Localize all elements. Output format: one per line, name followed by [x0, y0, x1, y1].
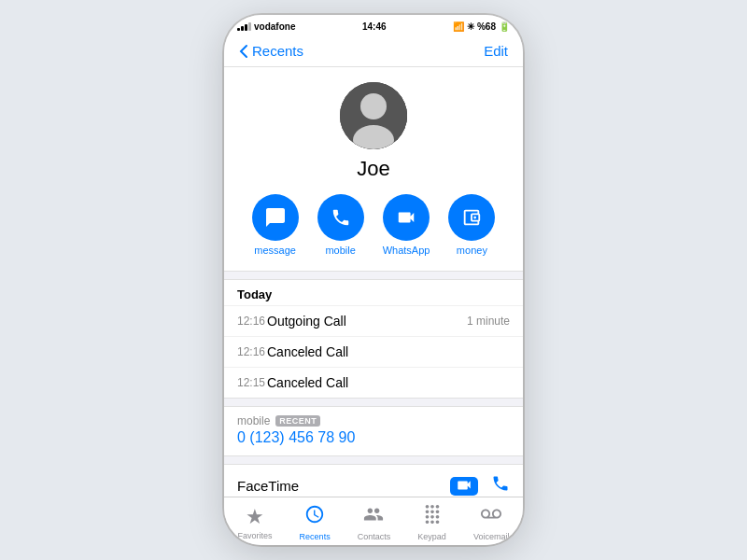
- facetime-section: FaceTime: [224, 464, 523, 497]
- chevron-left-icon: [239, 44, 248, 59]
- star-icon: ★: [246, 505, 264, 529]
- signal-bars: [237, 21, 251, 31]
- whatsapp-label: WhatsApp: [383, 245, 430, 256]
- clock-icon: [304, 504, 325, 530]
- status-right: 📶 ✳ %68 🔋: [453, 21, 510, 32]
- avatar-image: [340, 82, 407, 149]
- mobile-icon-circle: [317, 194, 364, 241]
- phone-call-icon: [491, 474, 510, 493]
- call-type-2: Canceled Call: [267, 344, 510, 359]
- tab-recents[interactable]: Recents: [300, 504, 331, 541]
- call-time-2: 12:16: [237, 345, 267, 358]
- call-type-1: Outgoing Call: [267, 314, 467, 329]
- whatsapp-icon-circle: [383, 194, 430, 241]
- tab-recents-label: Recents: [300, 532, 331, 541]
- signal-bar-4: [248, 22, 251, 31]
- facetime-icons: [450, 474, 510, 497]
- avatar-svg: [340, 82, 407, 149]
- status-time: 14:46: [362, 21, 387, 32]
- tab-keypad-label: Keypad: [417, 532, 446, 541]
- svg-point-1: [360, 93, 387, 119]
- phone-icon: [331, 207, 351, 228]
- tab-contacts[interactable]: Contacts: [358, 504, 391, 541]
- calls-section: Today 12:16 Outgoing Call 1 minute 12:16…: [224, 279, 523, 399]
- message-icon-circle: [252, 194, 299, 241]
- phone-section: mobile RECENT 0 (123) 456 78 90: [224, 406, 523, 456]
- facetime-label: FaceTime: [237, 478, 299, 494]
- person-icon: [363, 504, 384, 525]
- message-icon: [264, 206, 287, 229]
- tab-voicemail-label: Voicemail: [473, 532, 510, 541]
- video-icon: [396, 207, 416, 228]
- tab-bar: ★ Favorites Recents Contacts: [224, 497, 523, 545]
- tab-voicemail[interactable]: Voicemail: [473, 504, 510, 541]
- battery-pct: %68: [477, 21, 496, 32]
- battery-icon: 🔋: [499, 21, 510, 32]
- money-label: money: [457, 245, 487, 256]
- carrier-label: vodafone: [254, 21, 295, 32]
- keypad-icon: [422, 504, 443, 530]
- back-button[interactable]: Recents: [239, 43, 303, 59]
- tab-favorites-label: Favorites: [238, 531, 273, 540]
- phone-number[interactable]: 0 (123) 456 78 90: [237, 429, 355, 445]
- phone-frame: vodafone 14:46 📶 ✳ %68 🔋 Recents Edit: [224, 15, 523, 545]
- wallet-icon: [461, 207, 482, 228]
- mobile-label: mobile: [325, 245, 355, 256]
- mobile-button[interactable]: mobile: [317, 194, 364, 256]
- signal-bar-2: [241, 26, 244, 31]
- facetime-video-button[interactable]: [450, 477, 478, 496]
- tab-favorites[interactable]: ★ Favorites: [238, 505, 273, 540]
- svg-point-3: [474, 217, 477, 219]
- signal-bar-1: [237, 28, 240, 31]
- tab-contacts-label: Contacts: [358, 532, 391, 541]
- recents-icon: [304, 504, 325, 525]
- money-icon-circle: [448, 194, 495, 241]
- call-duration-1: 1 minute: [467, 315, 510, 328]
- nav-bar: Recents Edit: [224, 37, 523, 67]
- message-button[interactable]: message: [252, 194, 299, 256]
- call-type-3: Canceled Call: [267, 375, 510, 390]
- phone-label-row: mobile RECENT: [237, 414, 510, 427]
- back-label: Recents: [252, 43, 303, 59]
- phone-type-label: mobile: [237, 414, 270, 427]
- dialpad-icon: [422, 504, 443, 525]
- recent-badge: RECENT: [275, 415, 320, 427]
- signal-bar-3: [245, 24, 247, 31]
- video-call-icon: [456, 480, 472, 491]
- contacts-icon: [363, 504, 384, 530]
- voicemail-svg: [481, 504, 501, 525]
- calls-header: Today: [224, 280, 523, 305]
- call-time-1: 12:16: [237, 315, 267, 328]
- wifi-icon: 📶: [453, 21, 464, 32]
- table-row: 12:15 Canceled Call: [224, 367, 523, 398]
- avatar: [340, 82, 407, 149]
- main-content: Joe message mobile: [224, 67, 523, 497]
- tab-keypad[interactable]: Keypad: [417, 504, 446, 541]
- table-row: 12:16 Canceled Call: [224, 336, 523, 367]
- call-time-3: 12:15: [237, 376, 267, 389]
- money-button[interactable]: money: [448, 194, 495, 256]
- table-row: 12:16 Outgoing Call 1 minute: [224, 305, 523, 336]
- contact-name: Joe: [357, 157, 389, 181]
- voicemail-icon: [481, 504, 501, 530]
- status-left: vodafone: [237, 21, 295, 32]
- contact-card: Joe message mobile: [224, 67, 523, 272]
- whatsapp-button[interactable]: WhatsApp: [383, 194, 430, 256]
- status-bar: vodafone 14:46 📶 ✳ %68 🔋: [224, 15, 523, 37]
- edit-button[interactable]: Edit: [484, 43, 508, 59]
- message-label: message: [254, 245, 296, 256]
- facetime-audio-button[interactable]: [491, 474, 510, 497]
- action-buttons: message mobile Wha: [252, 194, 496, 256]
- brightness-icon: ✳: [467, 21, 474, 32]
